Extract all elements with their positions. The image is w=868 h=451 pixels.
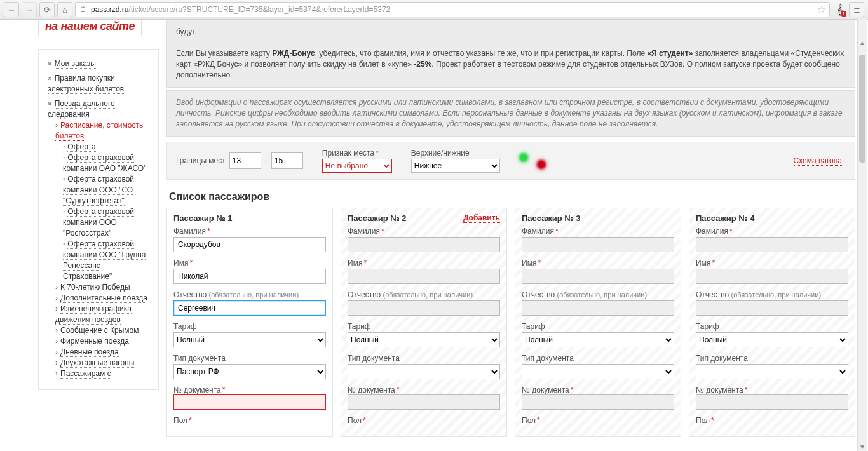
tariff-select[interactable]: Полный	[173, 332, 326, 347]
doc-num-input[interactable]	[696, 394, 848, 410]
nav-back-button[interactable]: ←	[4, 2, 19, 17]
surname-label: Фамилия	[522, 227, 674, 236]
doc-num-input[interactable]	[522, 394, 674, 410]
doc-num-label: № документа	[348, 386, 399, 395]
sidebar-item[interactable]: Расписание, стоимость билетовОфертаОферт…	[55, 120, 149, 282]
patronymic-input[interactable]	[348, 300, 500, 316]
surname-input[interactable]	[348, 237, 500, 252]
sidebar-link[interactable]: Мои заказы	[55, 59, 96, 69]
seat-range-label: Границы мест	[176, 156, 226, 165]
browser-menu-button[interactable]: ≣	[849, 2, 864, 17]
patronymic-input[interactable]	[173, 300, 326, 316]
sidebar-link[interactable]: Дневные поезда	[60, 347, 119, 357]
passenger-title: Пассажир № 1	[173, 213, 233, 223]
browser-toolbar: ← → ⟳ ⌂ 🗋 pass.rzd.ru/ticket/secure/ru?S…	[0, 0, 868, 20]
passenger-column: Пассажир № 3ФамилияИмяОтчество (обязател…	[515, 208, 681, 437]
sidebar-item[interactable]: Дневные поезда	[55, 347, 149, 358]
sidebar-link[interactable]: Дополнительные поезда	[60, 293, 147, 303]
wagon-scheme-link[interactable]: Схема вагона	[794, 156, 842, 166]
seat-to-input[interactable]	[271, 152, 303, 169]
passenger-column: Пассажир № 2ДобавитьФамилияИмяОтчество (…	[341, 208, 507, 437]
patronymic-input[interactable]	[696, 300, 848, 316]
sidebar-link[interactable]: Оферта страховой компании ООО "Группа Ре…	[63, 239, 146, 281]
sidebar-link[interactable]: Оферта страховой компании ОАО "ЖАСО"	[63, 153, 146, 173]
extension-icon[interactable]: 𝄞 1	[832, 3, 846, 17]
gender-label: Пол	[696, 416, 848, 425]
sidebar-item[interactable]: Оферта страховой компании ООО "Группа Ре…	[63, 239, 149, 282]
sidebar-link[interactable]: Поезда дальнего следования	[48, 99, 115, 119]
sidebar-link[interactable]: Оферта страховой компании ООО "Росгосстр…	[63, 207, 134, 238]
tariff-select[interactable]: Полный	[348, 332, 500, 347]
name-input[interactable]	[696, 269, 848, 284]
sidebar-item[interactable]: Оферта	[63, 142, 149, 152]
passenger-title: Пассажир № 3	[522, 213, 581, 223]
passenger-title: Пассажир № 2	[348, 213, 407, 223]
sidebar-item[interactable]: Фирменные поезда	[55, 336, 149, 347]
name-label: Имя	[173, 259, 326, 267]
doc-type-label: Тип документа	[696, 354, 848, 363]
sidebar-link[interactable]: Правила покупки электронных билетов	[48, 74, 124, 94]
left-sidebar: на нашем сайте Мои заказыПравила покупки…	[0, 20, 166, 451]
scroll-thumb[interactable]	[859, 55, 865, 163]
seat-deck-select[interactable]: Нижнее	[411, 159, 500, 173]
name-input[interactable]	[522, 269, 674, 284]
vertical-scrollbar[interactable]: ▲ ▼	[857, 19, 867, 451]
tariff-select[interactable]: Полный	[522, 332, 674, 347]
sidebar-link[interactable]: Расписание, стоимость билетов	[55, 121, 143, 141]
sidebar-item[interactable]: Оферта страховой компании ООО "Росгосстр…	[63, 206, 149, 239]
surname-input[interactable]	[522, 237, 674, 252]
info-panel-input-hint: Ввод информации о пассажирах осуществляе…	[166, 90, 855, 137]
tariff-label: Тариф	[522, 322, 674, 331]
scroll-up-icon[interactable]: ▲	[858, 38, 867, 47]
nav-home-button[interactable]: ⌂	[57, 2, 72, 17]
passenger-grid: Пассажир № 1ФамилияИмяОтчество (обязател…	[166, 208, 855, 437]
availability-indicator	[519, 152, 546, 169]
surname-input[interactable]	[173, 237, 326, 252]
scroll-down-icon[interactable]: ▼	[858, 442, 867, 451]
bookmark-star-icon[interactable]: ☆	[817, 4, 825, 15]
doc-num-input[interactable]	[173, 394, 326, 410]
sidebar-item[interactable]: Изменения графика движения поездов	[55, 304, 149, 325]
surname-label: Фамилия	[696, 227, 848, 236]
doc-type-select[interactable]	[696, 364, 848, 379]
sidebar-link[interactable]: Оферта страховой компании ООО "СО "Сургу…	[63, 175, 134, 206]
add-passenger-link[interactable]: Добавить	[463, 213, 500, 223]
sidebar-item[interactable]: Пассажирам с	[55, 368, 149, 379]
sidebar-item[interactable]: Поезда дальнего следованияРасписание, ст…	[48, 98, 149, 379]
sidebar-item[interactable]: Оферта страховой компании ООО "СО "Сургу…	[63, 174, 149, 206]
surname-input[interactable]	[696, 237, 848, 252]
sidebar-item[interactable]: Оферта страховой компании ОАО "ЖАСО"	[63, 152, 149, 174]
nav-forward-button[interactable]: →	[22, 2, 37, 17]
name-input[interactable]	[173, 269, 326, 284]
doc-type-select[interactable]	[522, 364, 674, 379]
sidebar-link[interactable]: Сообщение с Крымом	[60, 326, 139, 335]
sidebar-link[interactable]: К 70-летию Победы	[60, 283, 130, 292]
seat-deck-label: Верхние/нижние	[411, 149, 500, 158]
patronymic-label: Отчество (обязательно, при наличии)	[522, 290, 674, 299]
url-bar[interactable]: 🗋 pass.rzd.ru/ticket/secure/ru?STRUCTURE…	[75, 2, 830, 17]
sidebar-item[interactable]: Мои заказы	[48, 58, 149, 69]
sidebar-link[interactable]: Двухэтажные вагоны	[60, 358, 134, 368]
seat-from-input[interactable]	[229, 152, 261, 169]
name-input[interactable]	[348, 269, 500, 284]
sidebar-item[interactable]: Правила покупки электронных билетов	[48, 73, 149, 95]
doc-num-input[interactable]	[348, 394, 500, 410]
surname-label: Фамилия	[173, 227, 326, 236]
patronymic-input[interactable]	[522, 300, 674, 316]
site-logo-fragment: на нашем сайте	[38, 20, 142, 36]
doc-type-label: Тип документа	[173, 354, 326, 363]
sidebar-link[interactable]: Оферта	[67, 142, 95, 152]
sidebar-item[interactable]: Сообщение с Крымом	[55, 325, 149, 336]
doc-type-select[interactable]: Паспорт РФ	[173, 364, 326, 379]
doc-type-label: Тип документа	[348, 354, 500, 363]
sidebar-link[interactable]: Изменения графика движения поездов	[55, 304, 132, 325]
tariff-select[interactable]: Полный	[696, 332, 848, 347]
sidebar-link[interactable]: Пассажирам с	[60, 369, 111, 379]
seat-attr-select[interactable]: Не выбрано	[322, 159, 392, 173]
sidebar-link[interactable]: Фирменные поезда	[60, 337, 129, 346]
nav-reload-button[interactable]: ⟳	[39, 2, 55, 17]
sidebar-item[interactable]: Дополнительные поезда	[55, 293, 149, 304]
sidebar-item[interactable]: К 70-летию Победы	[55, 282, 149, 293]
sidebar-item[interactable]: Двухэтажные вагоны	[55, 358, 149, 368]
doc-type-select[interactable]	[348, 364, 500, 379]
